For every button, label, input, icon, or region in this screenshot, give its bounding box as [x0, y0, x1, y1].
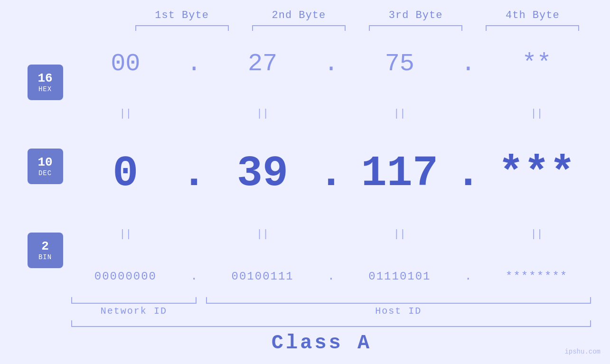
bin-badge-number: 2 — [41, 240, 49, 253]
eq1-b1: || — [71, 108, 180, 120]
eq2-b4: || — [482, 228, 591, 240]
eq1-b2: || — [208, 108, 317, 120]
bracket2-line — [252, 25, 346, 31]
dec-dot1: . — [180, 149, 208, 198]
badges-column: 16 HEX 10 DEC 2 BIN — [19, 36, 71, 297]
bracket-gap — [197, 297, 206, 304]
dec-badge-number: 10 — [38, 156, 52, 169]
bin-badge: 2 BIN — [28, 233, 63, 268]
eq2-b3: || — [346, 228, 454, 240]
hex-b1: 00 — [71, 50, 180, 78]
bracket3 — [357, 25, 474, 31]
bottom-bracket-row — [71, 297, 591, 304]
dec-b1: 0 — [71, 149, 180, 198]
bottom-section: Network ID Host ID Class A — [0, 297, 610, 355]
eq2-b1: || — [71, 228, 180, 240]
bracket4-line — [486, 25, 579, 31]
hex-badge-label: HEX — [38, 85, 52, 93]
bin-row: 00000000 . 00100111 . 01110101 . *******… — [71, 270, 591, 283]
hex-dot3: . — [454, 50, 482, 78]
data-rows: 00 . 27 . 75 . ** || || || || 0 . — [71, 36, 591, 297]
hex-badge-number: 16 — [38, 72, 52, 85]
class-label: Class A — [71, 332, 591, 355]
dec-badge-label: DEC — [38, 169, 52, 177]
id-labels: Network ID Host ID — [71, 306, 591, 317]
network-bracket — [71, 297, 197, 304]
watermark: ipshu.com — [564, 348, 601, 355]
bracket3-line — [369, 25, 462, 31]
bracket1 — [123, 25, 240, 31]
equals-row1: || || || || — [71, 107, 591, 121]
main-container: 1st Byte 2nd Byte 3rd Byte 4th Byte 16 H… — [0, 0, 610, 364]
bin-b4: ******** — [482, 270, 591, 283]
eq1-b3: || — [346, 108, 454, 120]
bin-b1: 00000000 — [71, 270, 180, 283]
byte-headers: 1st Byte 2nd Byte 3rd Byte 4th Byte — [0, 9, 610, 21]
hex-dot1: . — [180, 50, 208, 78]
eq2-b2: || — [208, 228, 317, 240]
bracket1-line — [135, 25, 229, 31]
equals-row2: || || || || — [71, 227, 591, 241]
bin-dot2: . — [317, 270, 346, 283]
dec-badge: 10 DEC — [28, 149, 63, 184]
byte2-header: 2nd Byte — [240, 9, 357, 21]
byte4-header: 4th Byte — [474, 9, 591, 21]
dec-dot3: . — [454, 149, 482, 198]
dec-b2: 39 — [208, 149, 317, 198]
hex-b3: 75 — [346, 50, 454, 78]
host-id-label: Host ID — [206, 306, 591, 317]
bin-dot3: . — [454, 270, 482, 283]
bin-b2: 00100111 — [208, 270, 317, 283]
content: 16 HEX 10 DEC 2 BIN 00 . 27 . 75 . ** — [0, 36, 610, 297]
byte3-header: 3rd Byte — [357, 9, 474, 21]
eq1-b4: || — [482, 108, 591, 120]
dec-dot2: . — [317, 149, 346, 198]
full-bottom-bracket — [71, 320, 591, 327]
dec-b4: *** — [482, 149, 591, 198]
byte1-header: 1st Byte — [123, 9, 240, 21]
hex-badge: 16 HEX — [28, 65, 63, 100]
hex-b2: 27 — [208, 50, 317, 78]
bin-badge-label: BIN — [38, 253, 52, 261]
hex-row: 00 . 27 . 75 . ** — [71, 50, 591, 78]
host-bracket — [206, 297, 591, 304]
bracket2 — [240, 25, 357, 31]
dec-row: 0 . 39 . 117 . *** — [71, 149, 591, 198]
network-id-label: Network ID — [71, 306, 197, 317]
bin-dot1: . — [180, 270, 208, 283]
dec-b3: 117 — [346, 149, 454, 198]
top-brackets — [0, 25, 610, 31]
bracket4 — [474, 25, 591, 31]
hex-dot2: . — [317, 50, 346, 78]
bin-b3: 01110101 — [346, 270, 454, 283]
hex-b4: ** — [482, 50, 591, 78]
